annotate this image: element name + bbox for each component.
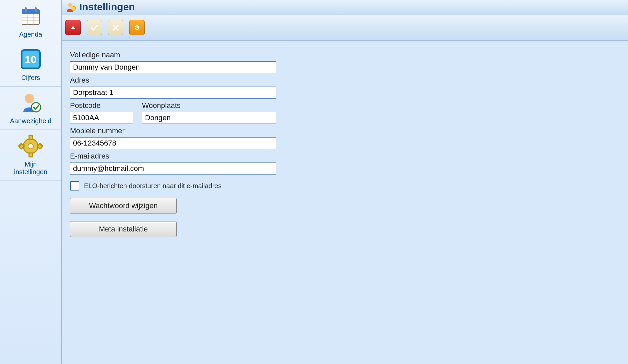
fullname-label: Volledige naam	[70, 51, 620, 59]
forward-checkbox-label: ELO-berichten doorsturen naar dit e-mail…	[84, 182, 221, 190]
settings-user-icon	[65, 2, 76, 12]
score-number: 10	[25, 54, 37, 66]
meta-installation-button[interactable]: Meta installatie	[70, 221, 177, 237]
forward-checkbox[interactable]	[70, 181, 79, 190]
svg-rect-2	[25, 7, 27, 12]
sidebar-item-mijn-instellingen[interactable]: Mijn instellingen	[0, 130, 61, 181]
close-icon	[112, 24, 119, 31]
city-input[interactable]	[142, 112, 276, 124]
city-label: Woonplaats	[142, 101, 276, 110]
check-icon	[90, 24, 98, 32]
confirm-button[interactable]	[87, 20, 102, 35]
svg-rect-24	[73, 6, 74, 7]
sidebar-item-aanwezigheid[interactable]: Aanwezigheid	[0, 87, 61, 130]
svg-rect-1	[22, 9, 39, 14]
collapse-button[interactable]	[65, 20, 81, 35]
mobile-input[interactable]	[70, 137, 276, 149]
mobile-label: Mobiele nummer	[70, 127, 620, 135]
sidebar-item-label: Aanwezigheid	[1, 117, 60, 125]
svg-point-21	[28, 144, 33, 149]
refresh-icon	[133, 24, 141, 32]
score-badge-icon: 10	[17, 48, 44, 71]
address-label: Adres	[70, 76, 620, 85]
sidebar-item-agenda[interactable]: Agenda	[0, 0, 61, 43]
svg-point-10	[25, 94, 34, 103]
change-password-button[interactable]: Wachtwoord wijzigen	[70, 198, 177, 214]
svg-point-11	[31, 103, 41, 112]
refresh-button[interactable]	[129, 20, 145, 35]
postcode-label: Postcode	[70, 101, 133, 110]
fullname-input[interactable]	[70, 61, 276, 73]
email-input[interactable]	[70, 163, 276, 175]
toolbar	[62, 15, 628, 41]
page-title: Instellingen	[79, 1, 135, 13]
svg-rect-3	[35, 7, 37, 12]
sidebar-item-label: Agenda	[1, 31, 60, 38]
sidebar-item-cijfers[interactable]: 10 Cijfers	[0, 43, 61, 87]
main-area: Instellingen Volle	[62, 0, 628, 364]
triangle-up-icon	[69, 24, 77, 31]
cancel-button[interactable]	[108, 20, 123, 35]
email-label: E-mailadres	[70, 152, 620, 161]
svg-point-22	[68, 3, 72, 7]
calendar-icon	[17, 5, 44, 28]
sidebar-item-label: Cijfers	[1, 74, 60, 82]
titlebar: Instellingen	[62, 0, 628, 15]
gear-icon	[17, 135, 44, 158]
postcode-input[interactable]	[70, 112, 133, 124]
svg-rect-13	[29, 136, 32, 140]
sidebar: Agenda 10 Cijfers Aanwezigheid	[0, 0, 62, 364]
form-content: Volledige naam Adres Postcode Woonplaats…	[62, 41, 628, 244]
address-input[interactable]	[70, 87, 276, 99]
sidebar-item-label: Mijn instellingen	[1, 161, 60, 176]
svg-rect-14	[29, 153, 32, 157]
person-check-icon	[17, 91, 44, 115]
